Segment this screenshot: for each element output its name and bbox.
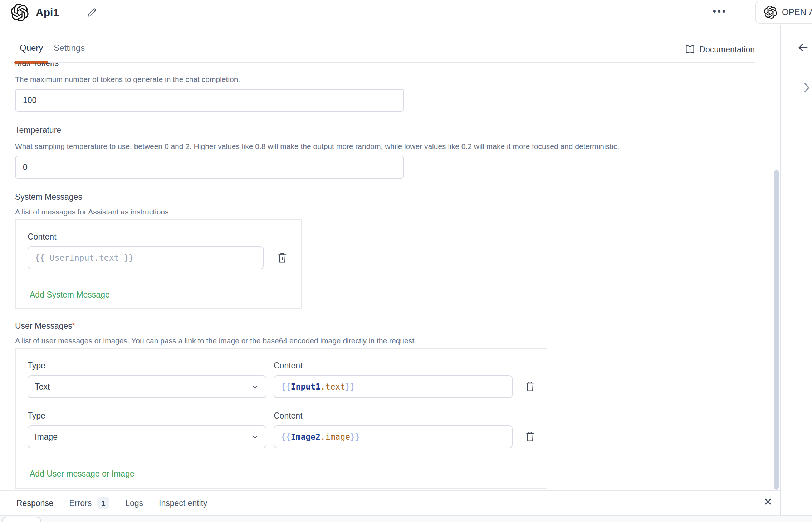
more-dots-icon: ••• [713, 6, 727, 16]
pencil-icon [87, 7, 98, 18]
temperature-description: What sampling temperature to use, betwee… [15, 142, 780, 151]
editor-tabbar: Query Settings Documentation [14, 25, 755, 63]
temperature-input[interactable] [15, 156, 404, 179]
vertical-scrollbar[interactable] [774, 170, 779, 490]
content-code-field[interactable]: {{Input1.text}} [274, 375, 513, 398]
system-messages-label: System Messages [15, 192, 780, 202]
delete-user-message-button[interactable] [525, 380, 535, 392]
trash-icon [525, 380, 535, 392]
type-select[interactable]: Text [28, 375, 266, 398]
openai-logo-icon [11, 4, 29, 21]
content-code-field[interactable]: {{Image2.image}} [274, 425, 513, 448]
more-options-button[interactable]: ••• [713, 6, 727, 16]
errors-count-badge: 1 [97, 497, 109, 509]
type-label: Type [28, 411, 266, 421]
system-messages-section: System Messages A list of messages for A… [15, 192, 780, 309]
chevron-down-icon [251, 382, 259, 391]
type-select[interactable]: Image [28, 425, 266, 448]
footer-strip [0, 515, 812, 522]
user-messages-description: A list of user messages or images. You c… [15, 337, 780, 345]
tab-inspect-entity[interactable]: Inspect entity [159, 498, 207, 508]
main-panel: Query Settings Documentation Max Tokens … [0, 25, 781, 515]
bottom-panel-tabbar: Response Errors 1 Logs Inspect entity [0, 490, 780, 515]
type-select-value: Image [35, 432, 58, 442]
system-messages-description: A list of messages for Assistant as inst… [15, 208, 780, 216]
side-panel [781, 25, 812, 515]
book-icon [685, 44, 695, 54]
api-editor-page: Api1 ••• OPEN-AI Query Settings Docume [0, 0, 812, 522]
trash-icon [525, 430, 535, 443]
delete-system-message-button[interactable] [277, 252, 288, 264]
add-system-message-link[interactable]: Add System Message [30, 290, 110, 300]
footer-tab-partial[interactable] [2, 517, 41, 522]
user-messages-box: Type Text Content {{Input1.text}} [15, 348, 547, 489]
query-form-scroll-area[interactable]: Max Tokens The maximum number of tokens … [0, 63, 780, 490]
user-message-row: Type Text Content {{Input1.text}} [28, 361, 533, 398]
tab-query[interactable]: Query [14, 43, 48, 62]
temperature-label: Temperature [15, 125, 780, 135]
type-select-value: Text [35, 382, 50, 392]
back-button[interactable] [797, 42, 809, 53]
chevron-right-icon [802, 82, 811, 94]
openai-logo-icon [764, 6, 777, 19]
max-tokens-input[interactable] [15, 89, 404, 112]
add-user-message-link[interactable]: Add User message or Image [30, 469, 134, 479]
system-messages-box: Content Add System Message [15, 219, 302, 309]
content-label: Content [28, 232, 288, 242]
content-label: Content [274, 411, 513, 421]
max-tokens-label: Max Tokens [15, 63, 780, 68]
system-message-content-input[interactable] [35, 253, 257, 262]
max-tokens-field: Max Tokens The maximum number of tokens … [15, 63, 780, 112]
header: Api1 ••• OPEN-AI [0, 0, 812, 25]
required-asterisk: * [72, 321, 75, 330]
expand-panel-button[interactable] [802, 82, 811, 94]
temperature-field: Temperature What sampling temperature to… [15, 125, 780, 179]
user-message-row: Type Image Content {{Image2.image}} [28, 411, 533, 448]
system-message-content-field[interactable] [28, 246, 264, 269]
type-label: Type [28, 361, 266, 371]
user-messages-label: User Messages* [15, 321, 780, 331]
tab-errors[interactable]: Errors 1 [69, 497, 110, 509]
page-title: Api1 [36, 6, 59, 19]
documentation-label: Documentation [699, 45, 755, 54]
datasource-label: OPEN-AI [782, 7, 812, 17]
close-icon [763, 497, 773, 506]
close-bottom-panel-button[interactable] [763, 497, 773, 507]
tab-settings[interactable]: Settings [48, 43, 90, 62]
max-tokens-description: The maximum number of tokens to generate… [15, 75, 780, 84]
edit-name-button[interactable] [87, 7, 98, 19]
user-messages-section: User Messages* A list of user messages o… [15, 321, 780, 489]
datasource-button[interactable]: OPEN-AI [755, 1, 812, 24]
arrow-left-icon [797, 42, 809, 53]
tab-response[interactable]: Response [16, 498, 54, 508]
trash-icon [277, 252, 288, 264]
content-label: Content [274, 361, 513, 371]
tab-logs[interactable]: Logs [125, 498, 143, 508]
delete-user-message-button[interactable] [525, 430, 535, 443]
documentation-link[interactable]: Documentation [685, 44, 755, 54]
chevron-down-icon [251, 432, 259, 441]
